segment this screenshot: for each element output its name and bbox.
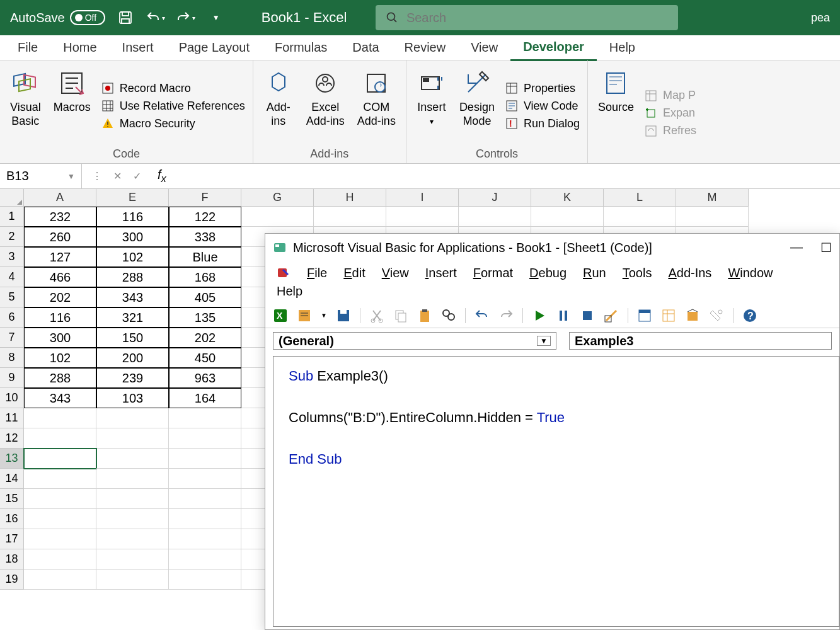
- cell[interactable]: 103: [96, 388, 169, 408]
- cell[interactable]: [169, 549, 241, 570]
- tab-developer[interactable]: Developer: [510, 35, 597, 61]
- copy-icon[interactable]: [393, 308, 408, 323]
- cell[interactable]: [169, 449, 241, 469]
- cell[interactable]: [24, 529, 96, 549]
- vba-editor-window[interactable]: Microsoft Visual Basic for Applications …: [265, 233, 840, 630]
- module-icon[interactable]: [297, 308, 312, 323]
- cell[interactable]: [386, 207, 459, 227]
- cell[interactable]: [24, 428, 96, 449]
- vba-help-menu[interactable]: HHelpelp: [265, 284, 839, 303]
- cancel-icon[interactable]: ✕: [113, 170, 122, 182]
- properties-window-icon[interactable]: [661, 308, 676, 323]
- row-header[interactable]: 16: [0, 509, 24, 529]
- vba-menu-format[interactable]: Format: [473, 266, 513, 280]
- cell[interactable]: [24, 408, 96, 428]
- confirm-icon[interactable]: ✓: [133, 170, 141, 182]
- cell[interactable]: [604, 207, 676, 227]
- cell[interactable]: [24, 449, 96, 469]
- cell[interactable]: 102: [96, 247, 169, 267]
- save-icon[interactable]: [336, 308, 351, 323]
- cell[interactable]: 102: [24, 348, 96, 368]
- cell[interactable]: [459, 207, 531, 227]
- properties-button[interactable]: Properties: [505, 81, 580, 95]
- cell[interactable]: 202: [169, 328, 241, 348]
- help-icon[interactable]: ?: [742, 308, 757, 323]
- stop-icon[interactable]: [580, 308, 595, 323]
- tab-formulas[interactable]: Formulas: [262, 35, 340, 60]
- design-mode-button[interactable]: Design Mode: [457, 66, 497, 146]
- cell[interactable]: 122: [169, 207, 241, 227]
- project-explorer-icon[interactable]: [637, 308, 652, 323]
- row-header[interactable]: 9: [0, 368, 24, 388]
- column-header[interactable]: I: [386, 189, 459, 207]
- column-header[interactable]: F: [169, 189, 241, 207]
- tab-data[interactable]: Data: [340, 35, 391, 60]
- cell[interactable]: 239: [96, 368, 169, 388]
- formula-input[interactable]: [173, 164, 840, 188]
- row-header[interactable]: 19: [0, 570, 24, 590]
- excel-icon[interactable]: X: [273, 308, 288, 323]
- cell[interactable]: 200: [96, 348, 169, 368]
- run-dialog-button[interactable]: ! Run Dialog: [505, 117, 580, 130]
- tab-review[interactable]: Review: [392, 35, 459, 60]
- cell[interactable]: 116: [96, 207, 169, 227]
- cell[interactable]: 127: [24, 247, 96, 267]
- column-header[interactable]: E: [96, 189, 169, 207]
- macro-security-button[interactable]: Macro Security: [101, 117, 245, 130]
- cell[interactable]: [96, 449, 169, 469]
- cell[interactable]: 343: [96, 287, 169, 307]
- row-header[interactable]: 7: [0, 328, 24, 348]
- vba-menu-add-ins[interactable]: Add-Ins: [668, 266, 711, 280]
- cell[interactable]: 343: [24, 388, 96, 408]
- toggle-switch[interactable]: Off: [70, 10, 105, 25]
- tab-insert[interactable]: Insert: [110, 35, 166, 60]
- paste-icon[interactable]: [417, 308, 432, 323]
- row-header[interactable]: 14: [0, 469, 24, 489]
- procedure-combo[interactable]: Example3: [569, 332, 832, 350]
- cell[interactable]: [96, 489, 169, 509]
- row-header[interactable]: 8: [0, 348, 24, 368]
- row-header[interactable]: 12: [0, 428, 24, 449]
- cell[interactable]: [96, 428, 169, 449]
- relative-refs-button[interactable]: Use Relative References: [101, 99, 245, 113]
- vba-menu-file[interactable]: File: [307, 266, 327, 280]
- row-header[interactable]: 3: [0, 247, 24, 267]
- row-header[interactable]: 1: [0, 207, 24, 227]
- fx-label[interactable]: fx: [151, 168, 173, 185]
- cell[interactable]: [96, 570, 169, 590]
- cell[interactable]: 116: [24, 307, 96, 328]
- cell[interactable]: [24, 570, 96, 590]
- tab-view[interactable]: View: [458, 35, 510, 60]
- cell[interactable]: [531, 207, 604, 227]
- cell[interactable]: [24, 509, 96, 529]
- vba-menu-tools[interactable]: Tools: [623, 266, 652, 280]
- record-macro-button[interactable]: Record Macro: [101, 81, 245, 95]
- cell[interactable]: [96, 408, 169, 428]
- cell[interactable]: 338: [169, 227, 241, 247]
- column-header[interactable]: L: [604, 189, 676, 207]
- redo-icon[interactable]: ▾: [176, 8, 196, 28]
- cell[interactable]: 405: [169, 287, 241, 307]
- row-header[interactable]: 10: [0, 388, 24, 408]
- column-header[interactable]: A: [24, 189, 96, 207]
- cell[interactable]: [96, 549, 169, 570]
- tab-page-layout[interactable]: Page Layout: [166, 35, 262, 60]
- vba-title-bar[interactable]: Microsoft Visual Basic for Applications …: [265, 234, 839, 261]
- cell[interactable]: [24, 549, 96, 570]
- cell[interactable]: Blue: [169, 247, 241, 267]
- cell[interactable]: 466: [24, 267, 96, 287]
- cell[interactable]: [241, 207, 314, 227]
- cell[interactable]: [24, 489, 96, 509]
- cell[interactable]: 135: [169, 307, 241, 328]
- com-addins-button[interactable]: COM Add-ins: [355, 66, 398, 146]
- design-mode-icon[interactable]: [604, 308, 619, 323]
- undo-icon[interactable]: [475, 308, 490, 323]
- autosave-toggle[interactable]: AutoSave Off: [10, 10, 105, 25]
- tab-home[interactable]: Home: [50, 35, 109, 60]
- cell[interactable]: [169, 428, 241, 449]
- vb-menu-icon[interactable]: [277, 266, 291, 280]
- cell[interactable]: 300: [96, 227, 169, 247]
- column-header[interactable]: K: [531, 189, 604, 207]
- vba-menu-window[interactable]: Window: [728, 266, 773, 280]
- search-input[interactable]: [406, 11, 669, 25]
